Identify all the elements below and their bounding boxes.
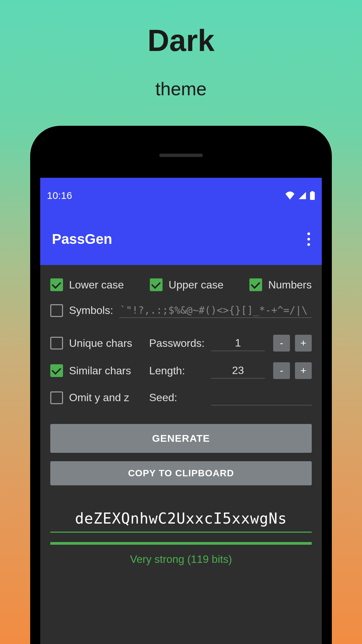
omit-yz-label: Omit y and z: [69, 391, 129, 404]
length-input[interactable]: [211, 363, 265, 379]
omit-yz-checkbox[interactable]: [50, 391, 63, 404]
unique-chars-checkbox[interactable]: [50, 337, 63, 350]
similar-chars-checkbox[interactable]: [50, 364, 63, 377]
length-label: Length:: [149, 365, 206, 377]
numbers-checkbox[interactable]: [249, 278, 262, 291]
numbers-label: Numbers: [268, 279, 312, 291]
passwords-input[interactable]: [211, 335, 265, 351]
promo-title: Dark: [0, 23, 362, 58]
app-title: PassGen: [52, 231, 112, 247]
uppercase-checkbox[interactable]: [150, 278, 163, 291]
similar-chars-label: Similar chars: [69, 365, 131, 377]
passwords-increment-button[interactable]: +: [295, 335, 312, 352]
length-decrement-button[interactable]: -: [273, 362, 290, 379]
app-content: Lower case Upper case Numbers Symbols:: [40, 265, 322, 579]
svg-rect-0: [310, 192, 315, 200]
seed-label: Seed:: [149, 391, 206, 404]
symbols-checkbox[interactable]: [50, 304, 63, 317]
copy-clipboard-button[interactable]: COPY TO CLIPBOARD: [50, 461, 312, 485]
lowercase-label: Lower case: [69, 279, 124, 291]
symbols-input[interactable]: [119, 303, 312, 318]
phone-speaker: [159, 154, 203, 157]
status-bar: 10:16: [40, 178, 322, 213]
passwords-label: Passwords:: [149, 337, 206, 350]
phone-frame: 10:16 PassGen: [30, 126, 332, 644]
seed-input[interactable]: [211, 390, 312, 406]
status-icons: [285, 191, 315, 200]
uppercase-label: Upper case: [169, 279, 224, 291]
length-increment-button[interactable]: +: [295, 362, 312, 379]
battery-icon: [310, 191, 315, 200]
signal-icon: [298, 192, 306, 200]
svg-rect-1: [311, 191, 313, 193]
passwords-decrement-button[interactable]: -: [273, 335, 290, 352]
symbols-label: Symbols:: [69, 304, 113, 317]
wifi-icon: [285, 192, 295, 200]
overflow-menu-button[interactable]: [307, 232, 310, 246]
generate-button[interactable]: GENERATE: [50, 424, 312, 453]
password-output[interactable]: [50, 507, 312, 533]
strength-text: Very strong (119 bits): [50, 553, 312, 566]
output-section: Very strong (119 bits): [50, 507, 312, 566]
promo-subtitle: theme: [0, 78, 362, 100]
lowercase-checkbox[interactable]: [50, 278, 63, 291]
app-bar: PassGen: [40, 213, 322, 265]
app-screen: 10:16 PassGen: [40, 178, 322, 644]
status-time: 10:16: [47, 190, 72, 201]
strength-bar: [50, 542, 312, 545]
unique-chars-label: Unique chars: [69, 337, 132, 350]
